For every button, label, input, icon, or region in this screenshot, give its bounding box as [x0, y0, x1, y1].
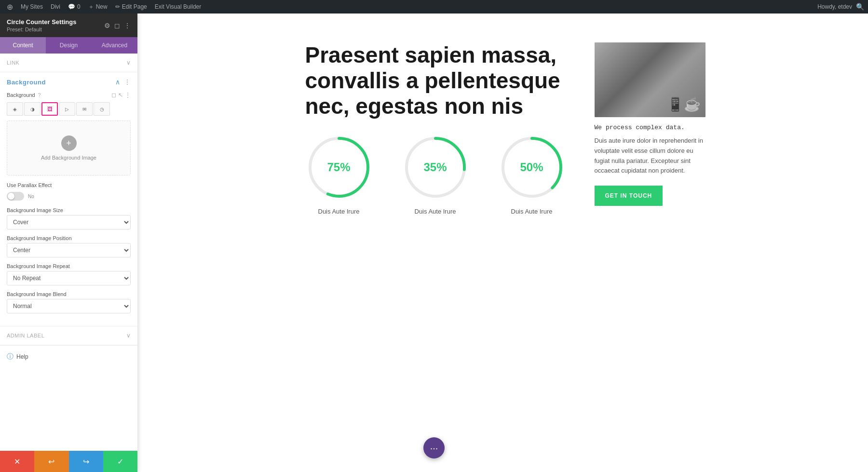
image-size-select[interactable]: Cover Contain Auto — [7, 215, 131, 229]
wp-logo[interactable]: ⊕ — [4, 2, 16, 12]
admin-label-chevron-icon: ∨ — [126, 332, 131, 339]
page-body: Praesent sapien massa, convallis a pelle… — [286, 13, 720, 292]
cancel-icon: ✕ — [14, 457, 20, 466]
new-label: New — [96, 3, 108, 10]
image-position-label: Background Image Position — [7, 235, 131, 241]
parallax-label: Use Parallax Effect — [7, 182, 52, 188]
hero-image — [595, 42, 705, 117]
bg-type-image[interactable]: 🖼 — [41, 102, 58, 116]
help-label: Help — [16, 353, 28, 360]
bg-type-gradient[interactable]: ◑ — [24, 102, 41, 116]
bg-type-mask[interactable]: ◷ — [94, 102, 110, 116]
hero-subtext: We process complex data. — [595, 124, 705, 131]
undo-button[interactable]: ↩ — [34, 451, 68, 472]
bg-type-pattern[interactable]: ✉ — [76, 102, 93, 116]
hero-section: Praesent sapien massa, convallis a pelle… — [305, 42, 701, 234]
my-sites-label: My Sites — [21, 3, 43, 10]
circle-title-3: Duis Aute Irure — [511, 208, 553, 215]
new-menu[interactable]: ＋ New — [85, 3, 110, 11]
cancel-button[interactable]: ✕ — [0, 451, 34, 472]
circle-title-1: Duis Aute Irure — [318, 208, 360, 215]
settings-panel: Circle Counter Settings Preset: Default … — [0, 13, 137, 472]
comments-menu[interactable]: 💬 0 — [65, 3, 83, 10]
circle-label-3: 50% — [520, 161, 543, 174]
background-section-title: Background — [7, 79, 46, 86]
float-action-button[interactable]: ··· — [423, 437, 445, 459]
link-section-header[interactable]: Link ∨ — [0, 54, 137, 72]
image-position-select[interactable]: Center Top Left Top Center Top Right Cen… — [7, 243, 131, 257]
redo-icon: ↪ — [83, 457, 89, 466]
bg-help-icon[interactable]: ? — [38, 93, 41, 98]
background-controls: Background ? ◻ ↖ ⋮ ◈ ◑ — [0, 92, 137, 326]
tab-advanced[interactable]: Advanced — [92, 37, 137, 54]
hero-desc: Duis aute irure dolor in reprehenderit i… — [595, 136, 705, 176]
admin-bar-right: Howdy, etdev 🔍 — [817, 3, 864, 11]
hero-image-side: We process complex data. Duis aute irure… — [595, 42, 705, 206]
circle-container-1: 75% — [305, 134, 373, 201]
bg-image-icon: 🖼 — [47, 106, 53, 112]
save-button[interactable]: ✓ — [103, 451, 137, 472]
parallax-toggle[interactable] — [7, 192, 24, 201]
main-content: Praesent sapien massa, convallis a pelle… — [137, 13, 868, 472]
image-size-field: Background Image Size Cover Contain Auto — [7, 207, 131, 229]
tab-design[interactable]: Design — [46, 37, 92, 54]
link-section: Link ∨ — [0, 54, 137, 72]
hero-heading: Praesent sapien massa, convallis a pelle… — [305, 42, 566, 119]
tab-content[interactable]: Content — [0, 37, 46, 54]
plus-icon: ＋ — [88, 3, 94, 11]
image-position-field: Background Image Position Center Top Lef… — [7, 235, 131, 257]
search-icon[interactable]: 🔍 — [856, 3, 864, 11]
comments-count: 0 — [77, 3, 81, 10]
panel-footer: ✕ ↩ ↪ ✓ — [0, 451, 137, 472]
my-sites-menu[interactable]: My Sites — [18, 3, 46, 10]
panel-preset: Preset: Default — [7, 27, 76, 32]
background-more-icon[interactable]: ⋮ — [124, 78, 131, 86]
exit-builder-menu[interactable]: Exit Visual Builder — [152, 3, 204, 10]
bg-type-video[interactable]: ▷ — [59, 102, 75, 116]
get-in-touch-button[interactable]: GET IN TOUCH — [595, 186, 663, 206]
bg-more2-icon[interactable]: ⋮ — [125, 92, 131, 98]
add-image-plus-icon: + — [61, 135, 77, 151]
parallax-toggle-row: No — [7, 192, 131, 201]
background-section-header[interactable]: Background ∧ ⋮ — [0, 72, 137, 92]
undo-icon: ↩ — [48, 457, 54, 466]
settings-icon[interactable]: ⚙ — [104, 22, 110, 29]
edit-page-menu[interactable]: ✏ Edit Page — [112, 3, 150, 10]
image-blend-label: Background Image Blend — [7, 291, 131, 297]
circle-container-3: 50% — [498, 134, 566, 201]
admin-label-section: Admin Label ∨ — [0, 326, 137, 345]
image-repeat-select[interactable]: No Repeat Repeat Repeat-X Repeat-Y — [7, 271, 131, 285]
admin-label-title: Admin Label — [7, 333, 44, 338]
divi-label: Divi — [51, 3, 60, 10]
bg-color-icon: ◈ — [13, 107, 17, 112]
bg-video-icon: ▷ — [65, 107, 69, 112]
image-blend-select[interactable]: Normal Multiply Screen Overlay — [7, 299, 131, 313]
circle-item-1: 75% Duis Aute Irure — [305, 134, 373, 215]
panel-content: Link ∨ Background ∧ ⋮ Background ? ◻ — [0, 54, 137, 451]
background-section: Background ∧ ⋮ Background ? ◻ ↖ ⋮ — [0, 72, 137, 326]
bg-cursor-icon[interactable]: ↖ — [118, 92, 123, 98]
parallax-value: No — [28, 194, 34, 199]
admin-label-header[interactable]: Admin Label ∨ — [0, 326, 137, 345]
panel-title: Circle Counter Settings — [7, 18, 76, 26]
more-icon[interactable]: ⋮ — [124, 22, 131, 29]
circle-item-3: 50% Duis Aute Irure — [498, 134, 566, 215]
image-size-label: Background Image Size — [7, 207, 131, 213]
add-image-area[interactable]: + Add Background Image — [7, 121, 131, 175]
hero-text: Praesent sapien massa, convallis a pelle… — [305, 42, 566, 234]
divi-menu[interactable]: Divi — [48, 3, 63, 10]
bg-gradient-icon: ◑ — [30, 107, 35, 112]
howdy-text: Howdy, etdev — [817, 3, 852, 10]
expand-icon[interactable]: ◻ — [114, 22, 120, 29]
panel-tabs: Content Design Advanced — [0, 37, 137, 54]
background-up-icon[interactable]: ∧ — [115, 78, 120, 86]
panel-title-group: Circle Counter Settings Preset: Default — [7, 18, 76, 32]
image-repeat-label: Background Image Repeat — [7, 263, 131, 269]
bg-icon-square[interactable]: ◻ — [111, 92, 116, 98]
bg-type-color[interactable]: ◈ — [7, 102, 23, 116]
link-section-title: Link — [7, 60, 19, 66]
image-repeat-field: Background Image Repeat No Repeat Repeat… — [7, 263, 131, 285]
circle-label-1: 75% — [327, 161, 350, 174]
float-dots-icon: ··· — [430, 443, 438, 454]
redo-button[interactable]: ↪ — [69, 451, 103, 472]
